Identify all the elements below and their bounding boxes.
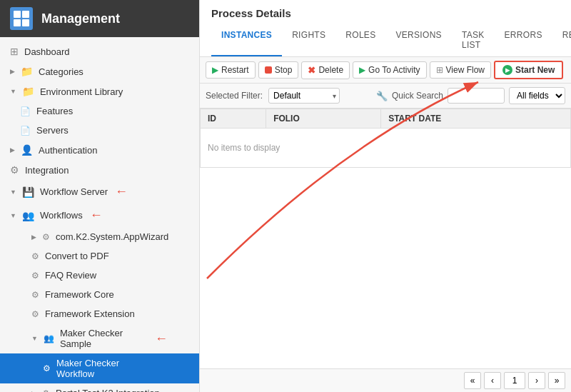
sidebar-item-integration[interactable]: ⚙ Integration — [0, 160, 199, 180]
servers-icon: 📄 — [20, 126, 31, 136]
sidebar-item-portal-test[interactable]: ▶ ⚙ Portal Test K2 Integration — [0, 383, 199, 392]
expand-icon: ▼ — [10, 88, 16, 95]
appwizard-icon: ⚙ — [42, 232, 50, 242]
prev-page-button[interactable]: ‹ — [484, 372, 501, 389]
tab-errors[interactable]: ERRORS — [495, 25, 552, 56]
portal-icon: ⚙ — [42, 388, 50, 393]
filter-select[interactable]: Default All Custom — [268, 88, 340, 104]
sidebar-item-workflow-server[interactable]: ▼ 💾 Workflow Server ← — [0, 180, 199, 203]
sidebar-item-dashboard[interactable]: ⊞ Dashboard — [0, 41, 199, 61]
sidebar-item-label: com.K2.System.AppWizard — [56, 231, 168, 242]
sidebar-item-label: Authentication — [39, 145, 97, 156]
page-number-input[interactable] — [504, 372, 525, 389]
maker-checker-icon: 👥 — [44, 333, 54, 343]
quick-search-fields-select[interactable]: All fields — [509, 87, 565, 104]
sidebar-item-label: Integration — [25, 165, 69, 176]
expand-icon: ▼ — [10, 212, 16, 219]
sidebar-item-faq[interactable]: ⚙ FAQ Review — [0, 266, 199, 285]
view-flow-icon: ⊞ — [436, 65, 443, 75]
main-header: Process Details INSTANCES RIGHTS ROLES V… — [200, 0, 571, 57]
main-content: Process Details INSTANCES RIGHTS ROLES V… — [200, 0, 571, 392]
tab-task-list[interactable]: TASK LIST — [452, 25, 495, 56]
quick-search-area: 🔧 Quick Search All fields — [376, 87, 565, 104]
sidebar-item-label: Workflows — [40, 210, 83, 221]
view-flow-label: View Flow — [446, 65, 485, 75]
filter-select-wrapper: Default All Custom ▾ — [268, 88, 340, 104]
sidebar-item-environment-library[interactable]: ▼ 📁 Environment Library — [0, 81, 199, 101]
tab-rights[interactable]: RIGHTS — [282, 25, 335, 56]
sidebar-item-servers[interactable]: 📄 Servers — [0, 121, 199, 140]
sidebar-item-appwizard[interactable]: ▶ ⚙ com.K2.System.AppWizard — [0, 227, 199, 246]
sidebar-item-label: FAQ Review — [45, 270, 96, 281]
tab-versions[interactable]: VERSIONS — [385, 25, 451, 56]
workflow-server-icon: 💾 — [22, 186, 34, 198]
sidebar-item-label: Features — [36, 106, 73, 116]
app-logo — [10, 7, 33, 30]
no-items-message: No items to display — [201, 129, 571, 168]
folder-icon: 📁 — [22, 86, 34, 97]
goto-activity-button[interactable]: ▶ Go To Activity — [353, 61, 426, 79]
expand-icon: ▶ — [10, 68, 15, 75]
red-arrow-icon: ← — [115, 184, 128, 199]
sidebar-item-label: Convert to PDF — [45, 251, 109, 261]
tab-roles[interactable]: ROLES — [335, 25, 385, 56]
stop-icon — [265, 66, 272, 74]
delete-button[interactable]: ✖ Delete — [301, 61, 350, 79]
framework-core-icon: ⚙ — [31, 290, 39, 300]
expand-icon: ▶ — [10, 146, 15, 154]
sidebar-item-label: Dashboard — [24, 46, 70, 57]
framework-ext-icon: ⚙ — [31, 309, 39, 319]
data-table: ID FOLIO START DATE No items to display — [200, 109, 571, 168]
sidebar-item-label: Maker Checker Workflow — [56, 358, 156, 379]
stop-button[interactable]: Stop — [258, 61, 299, 79]
features-icon: 📄 — [20, 106, 31, 116]
col-id: ID — [201, 109, 266, 129]
last-page-button[interactable]: » — [548, 372, 565, 389]
quick-search-input[interactable] — [448, 88, 505, 104]
red-arrow-icon: ← — [90, 208, 103, 223]
folder-icon: 📁 — [21, 66, 33, 77]
convert-icon: ⚙ — [31, 251, 39, 261]
delete-icon: ✖ — [308, 65, 315, 76]
sidebar-item-authentication[interactable]: ▶ 👤 Authentication — [0, 140, 199, 160]
col-start-date: START DATE — [381, 109, 571, 129]
first-page-button[interactable]: « — [464, 372, 481, 389]
sidebar-item-label: Maker Checker Sample — [60, 328, 148, 349]
red-arrow-icon: ← — [155, 331, 168, 346]
quick-search-label: Quick Search — [392, 91, 443, 101]
sidebar-item-categories[interactable]: ▶ 📁 Categories — [0, 61, 199, 81]
restart-label: Restart — [221, 65, 249, 75]
sidebar-item-features[interactable]: 📄 Features — [0, 101, 199, 121]
dashboard-icon: ⊞ — [10, 46, 19, 57]
filter-row: Selected Filter: Default All Custom ▾ 🔧 … — [200, 84, 571, 109]
expand-icon: ▼ — [31, 335, 38, 342]
start-new-icon: ▶ — [502, 65, 512, 75]
goto-label: Go To Activity — [368, 65, 420, 75]
sidebar-item-convert-pdf[interactable]: ⚙ Convert to PDF — [0, 246, 199, 266]
sidebar-nav: ⊞ Dashboard ▶ 📁 Categories ▼ 📁 Environme… — [0, 37, 199, 392]
tab-reports[interactable]: REPORTS — [552, 25, 571, 56]
sidebar-item-label: Servers — [36, 125, 69, 136]
sidebar-item-label: Categories — [39, 66, 84, 77]
goto-icon: ▶ — [359, 65, 365, 75]
next-page-button[interactable]: › — [528, 372, 545, 389]
sidebar-item-workflows[interactable]: ▼ 👥 Workflows ← — [0, 203, 199, 227]
sidebar: Management ⊞ Dashboard ▶ 📁 Categories ▼ … — [0, 0, 200, 392]
restart-icon: ▶ — [212, 65, 218, 75]
tab-instances[interactable]: INSTANCES — [211, 25, 282, 56]
view-flow-button[interactable]: ⊞ View Flow — [430, 61, 491, 79]
table-area: ID FOLIO START DATE No items to display — [200, 109, 571, 368]
toolbar: ▶ Restart Stop ✖ Delete ▶ Go To Activity… — [200, 57, 571, 84]
sidebar-item-framework-ext[interactable]: ⚙ Framework Extension — [0, 304, 199, 323]
start-new-button[interactable]: ▶ Start New — [494, 61, 563, 79]
integration-icon: ⚙ — [10, 164, 19, 176]
sidebar-item-maker-checker-workflow[interactable]: ⚙ Maker Checker Workflow — [0, 353, 199, 383]
restart-button[interactable]: ▶ Restart — [206, 61, 256, 79]
quick-search-icon: 🔧 — [376, 91, 388, 101]
sidebar-item-maker-checker-sample[interactable]: ▼ 👥 Maker Checker Sample ← — [0, 323, 199, 353]
tabs-container: INSTANCES RIGHTS ROLES VERSIONS TASK LIS… — [211, 25, 560, 56]
faq-icon: ⚙ — [31, 271, 39, 281]
workflows-icon: 👥 — [22, 210, 34, 221]
sidebar-item-framework-core[interactable]: ⚙ Framework Core — [0, 285, 199, 304]
col-folio: FOLIO — [266, 109, 381, 129]
